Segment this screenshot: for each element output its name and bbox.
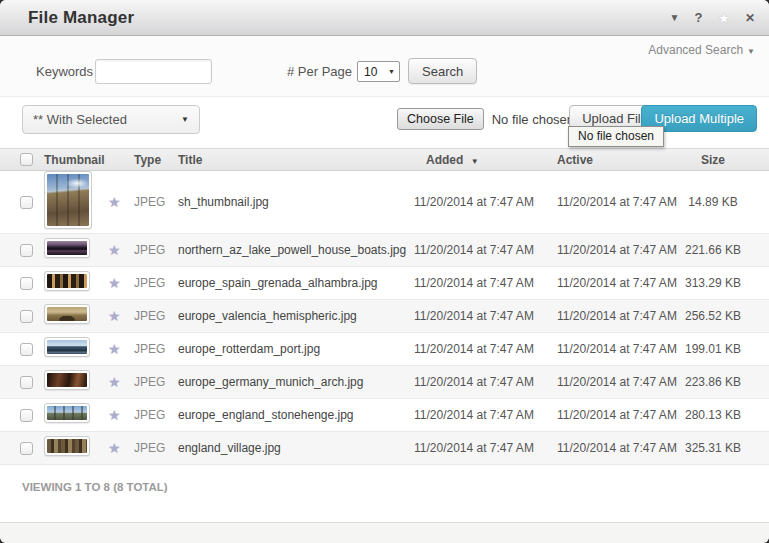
thumbnail-image[interactable]: [44, 238, 90, 258]
star-icon[interactable]: ★: [108, 407, 121, 423]
file-added-date: 11/20/2014 at 7:47 AM: [414, 309, 557, 323]
file-type: JPEG: [134, 441, 178, 455]
thumbnail-image[interactable]: [44, 403, 90, 423]
table-row: ★ JPEG sh_thumbnail.jpg 11/20/2014 at 7:…: [0, 171, 769, 234]
header-type: Type: [134, 153, 178, 167]
file-size: 14.89 KB: [683, 195, 769, 209]
table-row: ★ JPEG europe_spain_grenada_alhambra.jpg…: [0, 267, 769, 300]
header-active: Active: [557, 153, 683, 167]
file-size: 256.52 KB: [683, 309, 769, 323]
select-all-checkbox[interactable]: [20, 153, 33, 166]
keywords-input[interactable]: [95, 59, 212, 84]
search-panel: Advanced Search▼ Keywords # Per Page 10 …: [0, 36, 769, 97]
file-added-date: 11/20/2014 at 7:47 AM: [414, 408, 557, 422]
file-active-date: 11/20/2014 at 7:47 AM: [557, 276, 683, 290]
advanced-search-label: Advanced Search: [648, 43, 743, 57]
file-size: 325.31 KB: [683, 441, 769, 455]
file-active-date: 11/20/2014 at 7:47 AM: [557, 342, 683, 356]
file-added-date: 11/20/2014 at 7:47 AM: [414, 276, 557, 290]
table-row: ★ JPEG europe_england_stonehenge.jpg 11/…: [0, 399, 769, 432]
bottom-bar: [0, 522, 769, 543]
file-table-body: ★ JPEG sh_thumbnail.jpg 11/20/2014 at 7:…: [0, 171, 769, 465]
file-added-date: 11/20/2014 at 7:47 AM: [414, 375, 557, 389]
row-checkbox[interactable]: [20, 343, 33, 356]
file-title: europe_spain_grenada_alhambra.jpg: [178, 276, 414, 290]
thumbnail-image[interactable]: [44, 337, 90, 357]
file-size: 199.01 KB: [683, 342, 769, 356]
table-row: ★ JPEG europe_valencia_hemispheric.jpg 1…: [0, 300, 769, 333]
select-arrow-icon: ▼: [181, 115, 189, 124]
header-thumbnail: Thumbnail: [44, 153, 108, 167]
file-added-date: 11/20/2014 at 7:47 AM: [414, 195, 557, 209]
star-icon[interactable]: ★: [108, 440, 121, 456]
file-type: JPEG: [134, 375, 178, 389]
file-added-date: 11/20/2014 at 7:47 AM: [414, 342, 557, 356]
with-selected-select[interactable]: ** With Selected ▼: [22, 105, 200, 134]
star-icon[interactable]: ★: [108, 341, 121, 357]
thumbnail-image[interactable]: [44, 436, 90, 456]
file-type: JPEG: [134, 195, 178, 209]
select-arrow-icon: ▼: [388, 68, 395, 75]
with-selected-value: ** With Selected: [33, 112, 127, 127]
thumbnail-image[interactable]: [44, 370, 90, 390]
file-active-date: 11/20/2014 at 7:47 AM: [557, 441, 683, 455]
file-input-group: Choose File No file chosen: [397, 108, 574, 130]
star-icon[interactable]: ★: [108, 275, 121, 291]
star-icon[interactable]: ★: [108, 194, 121, 210]
file-input-tooltip: No file chosen: [568, 126, 664, 147]
viewing-status: VIEWING 1 TO 8 (8 TOTAL): [0, 465, 769, 493]
advanced-search-toggle[interactable]: Advanced Search▼: [648, 43, 755, 57]
header-title: Title: [178, 153, 414, 167]
row-checkbox[interactable]: [20, 310, 33, 323]
table-row: ★ JPEG northern_az_lake_powell_house_boa…: [0, 234, 769, 267]
row-checkbox[interactable]: [20, 409, 33, 422]
choose-file-button[interactable]: Choose File: [397, 108, 484, 130]
file-type: JPEG: [134, 276, 178, 290]
file-title: northern_az_lake_powell_house_boats.jpg: [178, 243, 414, 257]
title-bar: File Manager ▼ ? ★ ✕: [0, 0, 769, 36]
star-icon[interactable]: ★: [108, 374, 121, 390]
file-size: 223.86 KB: [683, 375, 769, 389]
search-button[interactable]: Search: [408, 58, 477, 84]
file-type: JPEG: [134, 408, 178, 422]
star-icon[interactable]: ★: [108, 242, 121, 258]
window-dropdown-icon[interactable]: ▼: [670, 13, 680, 23]
file-title: england_village.jpg: [178, 441, 414, 455]
header-added-sort[interactable]: Added ▼: [414, 153, 557, 167]
close-icon[interactable]: ✕: [745, 12, 755, 24]
file-size: 221.66 KB: [683, 243, 769, 257]
help-icon[interactable]: ?: [694, 11, 702, 24]
header-added-label: Added: [426, 153, 463, 167]
keywords-label: Keywords: [36, 64, 93, 79]
table-header: Thumbnail Type Title Added ▼ Active Size: [0, 148, 769, 171]
per-page-select[interactable]: 10 ▼: [357, 61, 400, 82]
window-title: File Manager: [28, 8, 134, 28]
row-checkbox[interactable]: [20, 277, 33, 290]
file-chosen-status: No file chosen: [492, 112, 574, 127]
file-active-date: 11/20/2014 at 7:47 AM: [557, 195, 683, 209]
thumbnail-image[interactable]: [44, 271, 90, 291]
table-row: ★ JPEG europe_rotterdam_port.jpg 11/20/2…: [0, 333, 769, 366]
per-page-value: 10: [364, 65, 377, 79]
file-active-date: 11/20/2014 at 7:47 AM: [557, 243, 683, 257]
row-checkbox[interactable]: [20, 244, 33, 257]
file-title: europe_germany_munich_arch.jpg: [178, 375, 414, 389]
file-active-date: 11/20/2014 at 7:47 AM: [557, 309, 683, 323]
sort-desc-icon: ▼: [471, 157, 479, 166]
row-checkbox[interactable]: [20, 196, 33, 209]
action-bar: ** With Selected ▼ Choose File No file c…: [0, 97, 769, 148]
file-title: europe_valencia_hemispheric.jpg: [178, 309, 414, 323]
table-row: ★ JPEG england_village.jpg 11/20/2014 at…: [0, 432, 769, 465]
star-icon[interactable]: ★: [108, 308, 121, 324]
table-row: ★ JPEG europe_germany_munich_arch.jpg 11…: [0, 366, 769, 399]
file-type: JPEG: [134, 309, 178, 323]
row-checkbox[interactable]: [20, 376, 33, 389]
header-size: Size: [683, 153, 769, 167]
per-page-label: # Per Page: [287, 64, 352, 79]
thumbnail-image[interactable]: [44, 171, 92, 229]
file-size: 280.13 KB: [683, 408, 769, 422]
thumbnail-image[interactable]: [44, 304, 90, 324]
row-checkbox[interactable]: [20, 442, 33, 455]
file-size: 313.29 KB: [683, 276, 769, 290]
favorite-star-icon[interactable]: ★: [717, 11, 730, 25]
